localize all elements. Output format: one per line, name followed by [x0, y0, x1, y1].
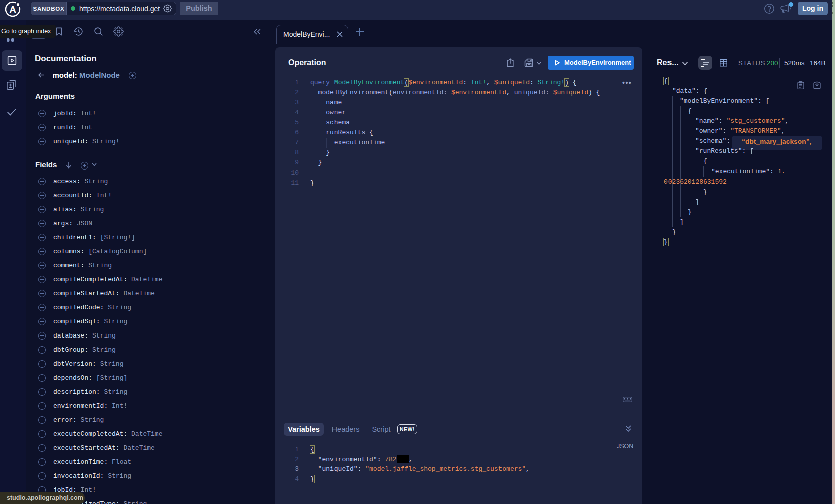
svg-text:A: A — [9, 4, 16, 15]
